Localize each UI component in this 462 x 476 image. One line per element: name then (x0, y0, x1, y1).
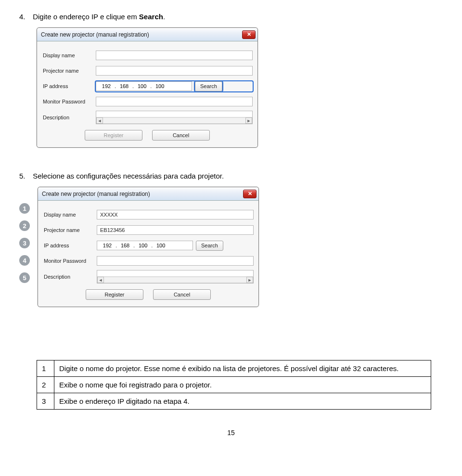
description-scrollbar[interactable]: ◄ ► (97, 276, 253, 283)
display-name-input[interactable] (97, 210, 254, 219)
dialog-button-row: Register Cancel (42, 130, 253, 141)
step-4-suffix: . (163, 13, 165, 21)
step-5-number: 5. (19, 172, 31, 180)
callout-4: 4 (19, 255, 30, 266)
description-box[interactable]: ◄ ► (96, 111, 253, 124)
label-monitor-password: Monitor Password (42, 99, 96, 104)
table-row: 1 Digite o nome do projetor. Esse nome é… (37, 360, 431, 377)
table-cell-text: Digite o nome do projetor. Esse nome é e… (54, 360, 431, 377)
table-cell-text: Exibe o endereço IP digitado na etapa 4. (54, 393, 431, 410)
ip-octet-2[interactable] (116, 82, 132, 90)
scroll-left-icon[interactable]: ◄ (97, 277, 104, 283)
dialog-body: Display name Projector name IP address .… (38, 201, 258, 307)
ip-octet-1[interactable] (99, 241, 116, 250)
ip-octet-3[interactable] (135, 241, 151, 250)
step-4-bold: Search (139, 13, 163, 21)
ip-octet-1[interactable] (98, 82, 115, 90)
scroll-left-icon[interactable]: ◄ (96, 117, 103, 124)
table-row: 2 Exibe o nome que foi registrado para o… (37, 377, 431, 393)
table-cell-text: Exibe o nome que foi registrado para o p… (54, 377, 431, 393)
display-name-input[interactable] (96, 51, 253, 60)
ip-address-input[interactable]: . . . (96, 81, 192, 91)
create-projector-dialog-1: Create new projector (manual registratio… (37, 27, 258, 148)
dialog-body: Display name Projector name IP address .… (37, 41, 257, 147)
description-text (97, 270, 253, 276)
projector-name-input[interactable] (96, 66, 253, 76)
row-projector-name: Projector name (42, 64, 253, 77)
row-display-name: Display name (42, 49, 253, 62)
ip-address-input[interactable]: . . . (97, 241, 193, 250)
scroll-right-icon[interactable]: ► (245, 117, 252, 124)
description-text (96, 111, 252, 117)
row-projector-name: Projector name (43, 224, 254, 236)
titlebar: Create new projector (manual registratio… (38, 187, 258, 201)
page-number: 15 (19, 429, 443, 437)
monitor-password-input[interactable] (97, 256, 254, 266)
register-button[interactable]: Register (86, 289, 143, 300)
ip-octet-4[interactable] (152, 82, 168, 90)
table-cell-num: 3 (37, 393, 54, 410)
ip-octet-4[interactable] (153, 241, 169, 250)
label-projector-name: Projector name (43, 227, 97, 233)
dialog-title: Create new projector (manual registratio… (41, 31, 242, 38)
row-description: Description ◄ ► (43, 270, 254, 283)
label-projector-name: Projector name (42, 68, 96, 74)
label-ip-address: IP address (42, 83, 96, 89)
step-4-prefix: Digite o endereço IP e clique em (33, 13, 139, 21)
dialog-button-row: Register Cancel (43, 289, 254, 300)
callout-5: 5 (19, 272, 30, 283)
cancel-button[interactable]: Cancel (153, 289, 211, 300)
label-display-name: Display name (42, 52, 96, 58)
row-monitor-password: Monitor Password (42, 95, 253, 108)
row-monitor-password: Monitor Password (43, 255, 254, 267)
label-description: Description (43, 274, 97, 280)
table-cell-num: 1 (37, 360, 54, 377)
titlebar: Create new projector (manual registratio… (37, 28, 257, 41)
row-description: Description ◄ ► (42, 111, 253, 124)
callout-2: 2 (19, 220, 30, 231)
callout-description-table: 1 Digite o nome do projetor. Esse nome é… (37, 360, 431, 410)
description-scrollbar[interactable]: ◄ ► (96, 117, 252, 124)
row-ip-address: IP address . . . Search (43, 239, 254, 252)
callout-3: 3 (19, 238, 30, 248)
step-5-text: Selecione as configurações necessárias p… (33, 172, 224, 180)
step-4-line: 4. Digite o endereço IP e clique em Sear… (19, 13, 443, 21)
cancel-button[interactable]: Cancel (152, 130, 210, 141)
step-5-line: 5. Selecione as configurações necessária… (19, 172, 443, 180)
ip-octet-2[interactable] (117, 241, 133, 250)
step-4-number: 4. (19, 13, 31, 21)
close-icon: ✕ (248, 191, 252, 197)
scroll-track[interactable] (103, 117, 245, 124)
description-box[interactable]: ◄ ► (97, 270, 254, 283)
search-button[interactable]: Search (196, 241, 223, 251)
callout-column: 1 2 3 4 5 (19, 187, 30, 286)
row-display-name: Display name (43, 208, 254, 221)
ip-octet-3[interactable] (134, 82, 150, 90)
close-button[interactable]: ✕ (243, 190, 257, 198)
search-button[interactable]: Search (195, 81, 222, 91)
label-description: Description (42, 115, 96, 120)
dialog-title: Create new projector (manual registratio… (42, 191, 243, 197)
close-icon: ✕ (247, 31, 251, 38)
label-display-name: Display name (43, 212, 97, 218)
scroll-track[interactable] (104, 277, 246, 283)
table-row: 3 Exibe o endereço IP digitado na etapa … (37, 393, 431, 410)
label-ip-address: IP address (43, 243, 97, 248)
table-cell-num: 2 (37, 377, 54, 393)
register-button[interactable]: Register (85, 130, 142, 141)
create-projector-dialog-2: Create new projector (manual registratio… (38, 187, 259, 307)
row-ip-address: IP address . . . Search (42, 80, 253, 92)
monitor-password-input[interactable] (96, 97, 253, 106)
label-monitor-password: Monitor Password (43, 258, 97, 264)
callout-1: 1 (19, 203, 30, 214)
scroll-right-icon[interactable]: ► (246, 277, 253, 283)
projector-name-input[interactable] (97, 225, 254, 235)
close-button[interactable]: ✕ (242, 30, 256, 39)
